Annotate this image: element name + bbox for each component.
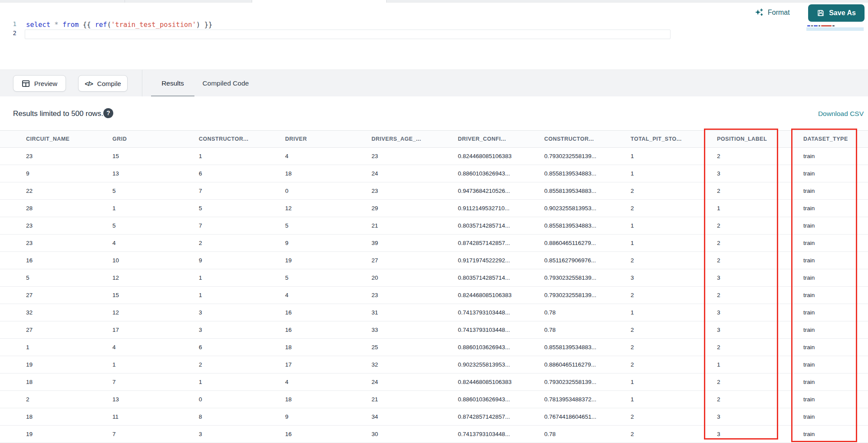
table-cell: 3 — [691, 408, 777, 425]
table-cell: 0.8558139534883... — [518, 339, 605, 356]
compile-button[interactable]: </> Compile — [78, 75, 128, 92]
table-cell: train — [777, 356, 864, 373]
table-cell: 9 — [0, 165, 86, 182]
table-cell: 2 — [691, 287, 777, 304]
table-cell: 2 — [605, 356, 691, 373]
code-token: from — [62, 21, 79, 29]
tab-divider — [252, 0, 252, 3]
code-line-1[interactable]: select * from {{ ref('train_test_positio… — [26, 20, 212, 30]
preview-button[interactable]: Preview — [13, 75, 66, 92]
table-cell: 0.8558139534883... — [518, 182, 605, 199]
table-cell: 7 — [86, 374, 173, 390]
table-cell: 7 — [86, 426, 173, 443]
table-row: 22570230.9473684210526...0.8558139534883… — [0, 182, 868, 200]
help-icon[interactable]: ? — [103, 108, 113, 118]
table-cell: 16 — [259, 304, 345, 321]
table-cell: 27 — [345, 252, 432, 269]
table-cell: 23 — [0, 217, 86, 234]
minimap-viewport[interactable] — [806, 27, 864, 31]
table-cell: train — [777, 182, 864, 199]
column-header-0-CIRCUIT_NAME[interactable]: CIRCUIT_NAME — [0, 131, 86, 147]
table-cell: 1 — [691, 356, 777, 373]
table-cell: 0.7930232558139... — [518, 269, 605, 286]
table-cell: train — [777, 269, 864, 286]
column-header-3-DRIVER[interactable]: DRIVER — [259, 131, 345, 147]
table-cell: 34 — [345, 408, 432, 425]
table-cell: 1 — [605, 165, 691, 182]
table-cell: 0.8035714285714... — [432, 217, 518, 234]
column-header-7-TOTAL_PIT_STO[interactable]: TOTAL_PIT_STO... — [605, 131, 691, 147]
download-csv-link[interactable]: Download CSV — [818, 110, 864, 118]
table-cell: 5 — [86, 217, 173, 234]
table-cell: 0.8860103626943... — [432, 339, 518, 356]
column-header-4-DRIVERS_AGE_[interactable]: DRIVERS_AGE_... — [345, 131, 432, 147]
table-cell: 0.9023255813953... — [432, 356, 518, 373]
code-token: }} — [200, 21, 212, 29]
table-cell: 0.8860465116279... — [518, 235, 605, 251]
table-cell: 0.824468085106383 — [432, 287, 518, 304]
table-cell: 20 — [345, 269, 432, 286]
table-cell: 3 — [173, 426, 259, 443]
dbt-ide-screen: 1 2 select * from {{ ref('train_test_pos… — [0, 0, 868, 443]
table-cell: 1 — [173, 269, 259, 286]
table-cell: 9 — [259, 235, 345, 251]
table-cell: train — [777, 408, 864, 425]
tab-results[interactable]: Results — [151, 75, 194, 92]
table-cell: 1 — [605, 235, 691, 251]
column-header-6-CONSTRUCTOR[interactable]: CONSTRUCTOR... — [518, 131, 605, 147]
save-as-button[interactable]: Save As — [808, 4, 865, 22]
table-cell: train — [777, 321, 864, 338]
code-token: ( — [107, 21, 111, 29]
table-cell: 0.8860465116279... — [518, 356, 605, 373]
results-limit-message: Results limited to 500 rows. — [13, 109, 103, 118]
code-token: 'train_test_position' — [111, 21, 196, 29]
table-cell: 0.7674418604651... — [518, 408, 605, 425]
table-cell: 0.8742857142857... — [432, 235, 518, 251]
column-header-9-DATASET_TYPE[interactable]: DATASET_TYPE — [777, 131, 864, 147]
results-table: CIRCUIT_NAMEGRIDCONSTRUCTOR...DRIVERDRIV… — [0, 130, 868, 443]
table-cell: 2 — [691, 235, 777, 251]
format-button[interactable]: Format — [754, 7, 790, 19]
table-row: 197316300.7413793103448...0.7823train — [0, 426, 868, 443]
sql-editor[interactable]: 1 2 select * from {{ ref('train_test_pos… — [0, 3, 868, 69]
column-header-2-CONSTRUCTOR[interactable]: CONSTRUCTOR... — [173, 131, 259, 147]
table-cell: 4 — [259, 287, 345, 304]
table-cell: 2 — [605, 339, 691, 356]
table-cell: 0.78 — [518, 321, 605, 338]
column-header-1-GRID[interactable]: GRID — [86, 131, 173, 147]
table-cell: 17 — [259, 356, 345, 373]
table-cell: 2 — [605, 408, 691, 425]
table-cell: 7 — [173, 182, 259, 199]
table-cell: 23 — [0, 148, 86, 165]
table-cell: 33 — [345, 321, 432, 338]
table-row: 23429390.8742857142857...0.8860465116279… — [0, 235, 868, 252]
table-cell: 13 — [86, 165, 173, 182]
save-as-label: Save As — [829, 9, 856, 17]
toolbar-divider — [142, 70, 142, 97]
editor-tab-strip[interactable] — [0, 0, 868, 3]
code-token: {{ — [79, 21, 95, 29]
table-cell: 18 — [259, 391, 345, 408]
table-cell: 25 — [345, 339, 432, 356]
table-cell: 16 — [259, 426, 345, 443]
table-cell: 9 — [173, 252, 259, 269]
table-cell: 0.8511627906976... — [518, 252, 605, 269]
table-cell: 3 — [691, 321, 777, 338]
table-cell: 5 — [0, 269, 86, 286]
table-cell: 0.9023255813953... — [518, 200, 605, 217]
column-header-8-POSITION_LABEL[interactable]: POSITION_LABEL — [691, 131, 777, 147]
preview-label: Preview — [34, 80, 57, 87]
table-cell: 0.7930232558139... — [518, 374, 605, 390]
editor-minimap[interactable] — [806, 25, 864, 32]
tab-compiled-code[interactable]: Compiled Code — [199, 75, 253, 92]
table-cell: 6 — [173, 339, 259, 356]
table-cell: 2 — [691, 374, 777, 390]
table-cell: 19 — [0, 426, 86, 443]
table-cell: 3 — [691, 165, 777, 182]
table-cell: train — [777, 200, 864, 217]
column-header-5-DRIVER_CONFI[interactable]: DRIVER_CONFI... — [432, 131, 518, 147]
table-cell: 12 — [86, 304, 173, 321]
table-cell: 39 — [345, 235, 432, 251]
cursor-line-highlight[interactable] — [25, 30, 671, 39]
table-cell: 18 — [0, 408, 86, 425]
